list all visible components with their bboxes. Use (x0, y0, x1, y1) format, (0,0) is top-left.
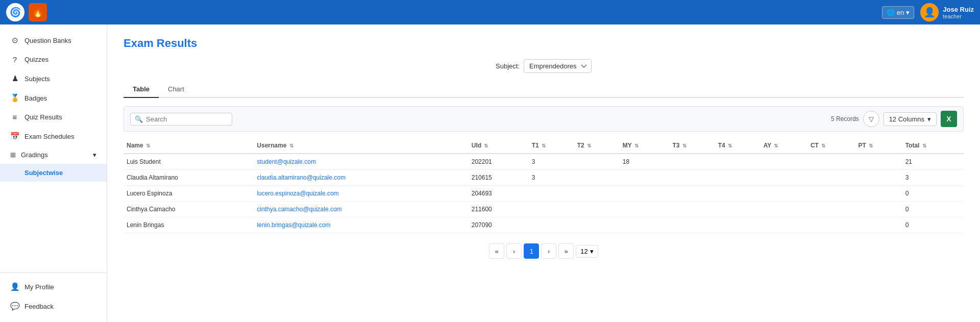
table-cell (574, 202, 620, 217)
table-cell: 3 (529, 154, 574, 170)
prev-page-button[interactable]: ‹ (506, 243, 522, 259)
first-page-button[interactable]: « (489, 243, 504, 259)
table-cell: 0 (902, 217, 964, 233)
sidebar-label: Quizzes (24, 56, 48, 63)
sidebar-item-feedback[interactable]: 💬 Feedback (0, 296, 107, 316)
sidebar-item-subjects[interactable]: ♟ Subjects (0, 69, 107, 88)
sort-icon[interactable]: ⇅ (869, 143, 873, 148)
table-cell (529, 202, 574, 217)
col-t2: T2 ⇅ (574, 138, 620, 154)
user-info: 👤 Jose Ruiz teacher (920, 3, 974, 21)
filter-button[interactable]: ▽ (863, 111, 879, 127)
table-cell (670, 217, 715, 233)
user-role: teacher (943, 13, 974, 19)
table-row: Lucero Espinozalucero.espinoza@quizale.c… (124, 186, 964, 202)
sort-icon[interactable]: ⇅ (774, 143, 778, 148)
table-cell: 3 (529, 170, 574, 186)
subject-row: Subject: Emprendedores (124, 59, 964, 73)
sort-icon[interactable]: ⇅ (728, 143, 732, 148)
table-cell (807, 186, 855, 202)
user-name: Jose Ruiz (943, 6, 974, 13)
sidebar-label: Subjectwise (24, 169, 63, 177)
table-cell (855, 217, 902, 233)
table-row: Lenin Bringaslenin.bringas@quizale.com20… (124, 217, 964, 233)
table-cell (670, 154, 715, 170)
table-cell (670, 170, 715, 186)
table-cell (807, 217, 855, 233)
sort-icon[interactable]: ⇅ (484, 143, 488, 148)
sort-icon[interactable]: ⇅ (542, 143, 546, 148)
next-page-button[interactable]: › (541, 243, 556, 259)
chevron-down-icon: ▾ (93, 151, 96, 159)
quizzes-icon: ? (10, 55, 19, 64)
sort-icon[interactable]: ⇅ (922, 143, 926, 148)
table-cell (807, 202, 855, 217)
avatar: 👤 (920, 3, 939, 21)
table-header-row: Name ⇅ Username ⇅ UId ⇅ T1 ⇅ T2 ⇅ MY ⇅ T… (124, 138, 964, 154)
table-cell (855, 170, 902, 186)
sidebar-item-my-profile[interactable]: 👤 My Profile (0, 277, 107, 296)
sidebar-item-question-banks[interactable]: ⊙ Question Banks (0, 31, 107, 50)
per-page-value: 12 (580, 247, 587, 255)
topnav: 🌀 🔥 🌐 en ▾ 👤 Jose Ruiz teacher (0, 0, 980, 24)
table-cell: student@quizale.com (254, 154, 468, 170)
col-t1: T1 ⇅ (529, 138, 574, 154)
table-cell: Lucero Espinoza (124, 186, 254, 202)
sort-icon[interactable]: ⇅ (634, 143, 639, 148)
search-icon: 🔍 (135, 115, 143, 123)
sidebar-item-gradings[interactable]: ⊞ Gradings ▾ (0, 146, 107, 164)
sidebar-item-badges[interactable]: 🏅 Badges (0, 88, 107, 108)
language-selector[interactable]: 🌐 en ▾ (882, 6, 914, 19)
last-page-button[interactable]: » (558, 243, 574, 259)
table-cell: 210615 (469, 170, 529, 186)
chevron-down-icon: ▾ (590, 247, 594, 255)
table-cell (715, 186, 761, 202)
sidebar-item-subjectwise[interactable]: Subjectwise (0, 164, 107, 182)
sidebar-label: Badges (24, 94, 47, 102)
sort-icon[interactable]: ⇅ (587, 143, 591, 148)
col-t3: T3 ⇅ (670, 138, 715, 154)
table-cell (761, 217, 807, 233)
page-1-button[interactable]: 1 (524, 243, 539, 259)
feedback-icon: 💬 (10, 302, 19, 311)
sidebar-item-quiz-results[interactable]: ≡ Quiz Results (0, 108, 107, 127)
logo-square-icon[interactable]: 🔥 (29, 3, 47, 21)
per-page-select[interactable]: 12 ▾ (576, 245, 598, 258)
pagination: « ‹ 1 › » 12 ▾ (124, 243, 964, 259)
sort-icon[interactable]: ⇅ (682, 143, 687, 148)
sidebar-label: My Profile (24, 283, 54, 291)
sidebar-label: Exam Schedules (24, 133, 75, 140)
sort-icon[interactable]: ⇅ (289, 143, 293, 148)
sort-icon[interactable]: ⇅ (146, 143, 150, 148)
sidebar-label: Feedback (24, 303, 54, 310)
logo-circle-icon[interactable]: 🌀 (6, 3, 24, 21)
subjects-icon: ♟ (10, 74, 19, 83)
table-cell: 3 (902, 170, 964, 186)
badges-icon: 🏅 (10, 93, 19, 103)
tab-chart[interactable]: Chart (159, 81, 193, 98)
table-cell (529, 186, 574, 202)
table-cell (855, 202, 902, 217)
columns-button[interactable]: 12 Columns ▾ (884, 112, 937, 126)
my-profile-icon: 👤 (10, 282, 19, 291)
col-t4: T4 ⇅ (715, 138, 761, 154)
table-cell (761, 202, 807, 217)
chevron-down-icon: ▾ (927, 115, 931, 123)
main-content: Exam Results Subject: Emprendedores Tabl… (107, 24, 980, 322)
table-row: Claudia Altamiranoclaudia.altamirano@qui… (124, 170, 964, 186)
search-input[interactable] (146, 115, 228, 123)
sort-icon[interactable]: ⇅ (821, 143, 825, 148)
table-cell: Luis Student (124, 154, 254, 170)
sidebar-item-quizzes[interactable]: ? Quizzes (0, 50, 107, 69)
excel-icon: X (946, 115, 951, 123)
sidebar-item-exam-schedules[interactable]: 📅 Exam Schedules (0, 127, 107, 146)
sidebar-label: Quiz Results (24, 113, 62, 121)
topnav-right: 🌐 en ▾ 👤 Jose Ruiz teacher (882, 3, 974, 21)
subject-select[interactable]: Emprendedores (524, 59, 592, 73)
table-cell: lucero.espinoza@quizale.com (254, 186, 468, 202)
table-cell (715, 154, 761, 170)
tab-table[interactable]: Table (124, 81, 159, 98)
table-cell (715, 202, 761, 217)
export-excel-button[interactable]: X (941, 111, 957, 127)
col-ay: AY ⇅ (761, 138, 807, 154)
